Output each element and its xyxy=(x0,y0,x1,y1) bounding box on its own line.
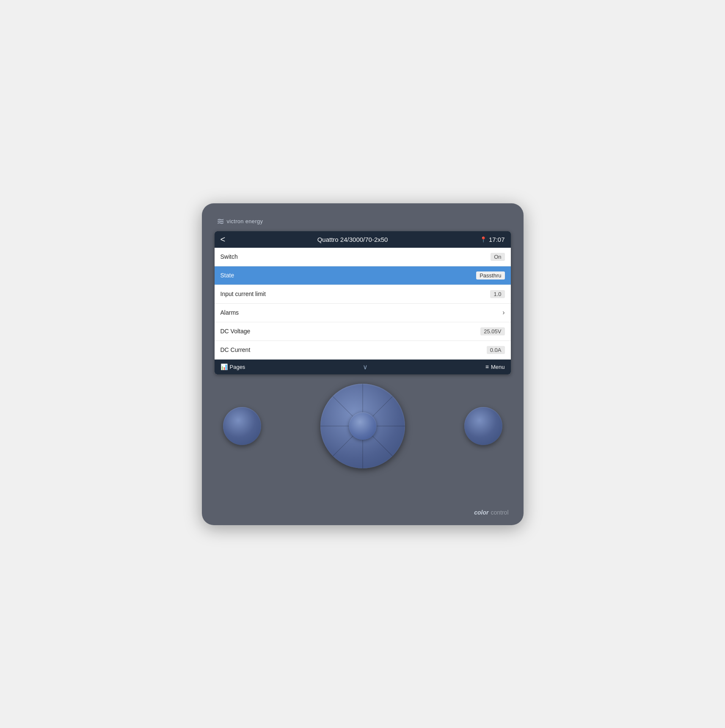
left-side-button[interactable] xyxy=(223,407,261,445)
menu-button[interactable]: ≡ Menu xyxy=(485,363,505,370)
dpad-center-button[interactable] xyxy=(349,412,376,440)
row-switch[interactable]: Switch On xyxy=(215,248,511,266)
menu-rows: Switch On State Passthru Input current l… xyxy=(215,248,511,360)
device-screen: < Quattro 24/3000/70-2x50 📍 17:07 Switch… xyxy=(215,231,511,374)
dpad-outer[interactable] xyxy=(320,384,405,468)
pages-label: Pages xyxy=(230,364,245,370)
brand-logo: ≋ victron energy xyxy=(217,216,263,227)
pages-button[interactable]: 📊 Pages xyxy=(221,363,245,370)
row-dc-voltage[interactable]: DC Voltage 25.05V xyxy=(215,322,511,341)
row-dc-current-value: 0.0A xyxy=(487,346,505,354)
screen-header: < Quattro 24/3000/70-2x50 📍 17:07 xyxy=(215,231,511,248)
back-button[interactable]: < xyxy=(221,235,226,244)
row-alarms[interactable]: Alarms › xyxy=(215,304,511,322)
row-dc-voltage-value: 25.05V xyxy=(480,327,504,335)
row-dc-voltage-label: DC Voltage xyxy=(221,328,251,335)
pages-icon: 📊 xyxy=(221,363,228,370)
menu-icon: ≡ xyxy=(485,363,489,370)
dpad-container xyxy=(320,384,405,468)
row-switch-label: Switch xyxy=(221,253,238,260)
header-time-area: 📍 17:07 xyxy=(480,236,505,243)
row-alarms-label: Alarms xyxy=(221,309,239,316)
brand-bar: ≋ victron energy xyxy=(215,216,511,227)
right-side-button[interactable] xyxy=(464,407,502,445)
row-state[interactable]: State Passthru xyxy=(215,266,511,285)
screen-title: Quattro 24/3000/70-2x50 xyxy=(229,236,476,243)
row-input-current-limit-label: Input current limit xyxy=(221,291,266,297)
row-dc-current[interactable]: DC Current 0.0A xyxy=(215,341,511,360)
menu-label: Menu xyxy=(491,364,505,370)
device-branding: color control xyxy=(474,509,508,516)
brand-company-name: victron energy xyxy=(227,218,263,224)
controls-area xyxy=(215,384,511,468)
brand-control-word: control xyxy=(491,509,508,516)
footer-chevron-icon[interactable]: ∨ xyxy=(363,363,368,371)
row-state-value: Passthru xyxy=(476,271,504,280)
device-body: ≋ victron energy < Quattro 24/3000/70-2x… xyxy=(202,203,524,525)
screen-footer: 📊 Pages ∨ ≡ Menu xyxy=(215,360,511,374)
row-alarms-arrow: › xyxy=(502,309,504,316)
row-state-label: State xyxy=(221,272,234,279)
brand-color-word: color xyxy=(474,509,488,516)
row-dc-current-label: DC Current xyxy=(221,346,251,353)
header-time: 17:07 xyxy=(489,236,505,243)
page-wrapper: ≋ victron energy < Quattro 24/3000/70-2x… xyxy=(0,0,725,728)
row-input-current-limit-value: 1.0 xyxy=(490,290,504,298)
location-pin-icon: 📍 xyxy=(480,236,487,243)
victron-logo-icon: ≋ xyxy=(217,216,223,227)
row-switch-value: On xyxy=(491,253,504,261)
row-input-current-limit[interactable]: Input current limit 1.0 xyxy=(215,285,511,304)
